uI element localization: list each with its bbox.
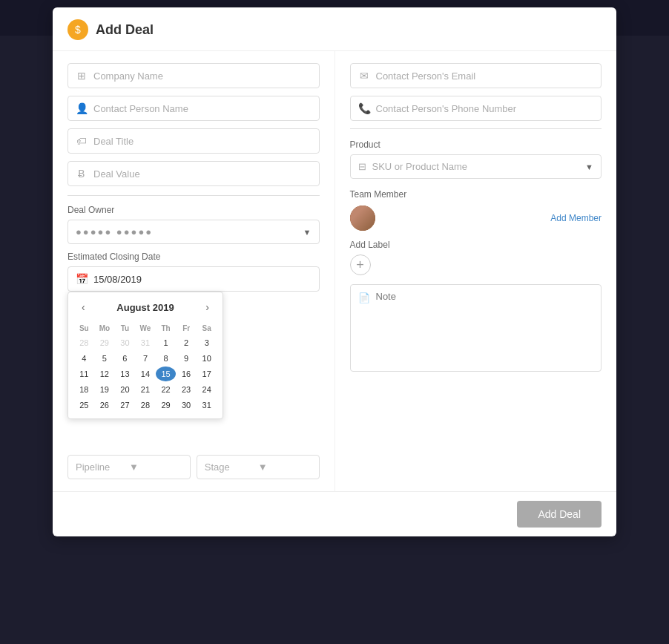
contact-phone-field: 📞	[350, 96, 602, 121]
calendar-day[interactable]: 2	[177, 335, 197, 350]
closing-date-label: Estimated Closing Date	[67, 252, 320, 262]
calendar-day[interactable]: 28	[136, 398, 156, 413]
owner-chevron-icon: ▼	[303, 228, 312, 237]
contact-phone-input[interactable]	[376, 103, 594, 114]
add-label-title: Add Label	[350, 240, 602, 250]
day-header-su: Su	[74, 322, 94, 335]
add-deal-modal: $ Add Deal ⊞ 👤 🏷	[53, 7, 616, 536]
calendar-day[interactable]: 10	[197, 351, 217, 366]
calendar-day[interactable]: 20	[115, 382, 135, 397]
left-column: ⊞ 👤 🏷 Ƀ	[53, 51, 335, 491]
pipeline-value: Pipeline	[76, 461, 129, 473]
calendar-day[interactable]: 21	[136, 382, 156, 397]
avatar	[350, 206, 375, 231]
calendar-day[interactable]: 4	[74, 351, 94, 366]
calendar-day[interactable]: 29	[95, 335, 115, 350]
team-label: Team Member	[350, 189, 602, 200]
day-header-sa: Sa	[197, 322, 217, 335]
contact-email-input[interactable]	[376, 70, 594, 82]
calendar-day[interactable]: 3	[197, 335, 217, 350]
pipeline-row: Pipeline ▼ Stage ▼	[67, 455, 320, 479]
calendar-day[interactable]: 18	[74, 382, 94, 397]
calendar-day[interactable]: 16	[177, 367, 197, 381]
calendar-day[interactable]: 9	[177, 351, 197, 366]
deal-title-field: 🏷	[67, 128, 320, 154]
calendar-day[interactable]: 14	[136, 367, 156, 381]
add-member-button[interactable]: Add Member	[550, 213, 602, 223]
modal-header: $ Add Deal	[53, 7, 616, 51]
product-chevron-icon: ▼	[585, 162, 593, 171]
calendar-grid: Su Mo Tu We Th Fr Sa 2829303112345678910…	[74, 322, 217, 413]
calendar-day[interactable]: 25	[74, 398, 94, 413]
add-label-section: Add Label +	[350, 240, 602, 275]
avatar-image	[350, 206, 375, 231]
note-input[interactable]	[376, 291, 594, 365]
day-header-fr: Fr	[177, 322, 197, 335]
calendar-day[interactable]: 22	[156, 382, 176, 397]
calendar-day[interactable]: 26	[95, 398, 115, 413]
right-column: ✉ 📞 Product ⊟ SKU or Product Name ▼	[335, 51, 617, 491]
day-header-we: We	[136, 322, 156, 335]
day-header-tu: Tu	[115, 322, 135, 335]
calendar-day[interactable]: 27	[115, 398, 135, 413]
day-header-mo: Mo	[95, 322, 115, 335]
modal-body: ⊞ 👤 🏷 Ƀ	[53, 51, 616, 491]
calendar-day[interactable]: 29	[156, 398, 176, 413]
note-icon: 📄	[358, 292, 370, 303]
calendar-day[interactable]: 15	[156, 367, 176, 381]
calendar-day[interactable]: 1	[156, 335, 176, 350]
product-value: SKU or Product Name	[372, 161, 586, 172]
add-label-button[interactable]: +	[350, 254, 371, 275]
deal-title-input[interactable]	[93, 136, 312, 147]
prev-month-button[interactable]: ‹	[77, 300, 90, 315]
calendar-day[interactable]: 31	[197, 398, 217, 413]
add-deal-button[interactable]: Add Deal	[517, 501, 602, 528]
deal-value-field: Ƀ	[67, 161, 320, 186]
calendar-month-year: August 2019	[116, 302, 174, 313]
calendar-wrapper: 📅 ‹ August 2019 › Su Mo	[67, 266, 320, 292]
modal-title: Add Deal	[96, 22, 154, 38]
calendar-day[interactable]: 11	[74, 367, 94, 381]
calendar-day[interactable]: 30	[115, 335, 135, 350]
deal-icon: $	[67, 19, 88, 40]
stage-select[interactable]: Stage ▼	[197, 455, 320, 479]
product-label: Product	[350, 139, 602, 150]
contact-person-name-field: 👤	[67, 96, 320, 121]
calendar-day[interactable]: 30	[177, 398, 197, 413]
stage-value: Stage	[205, 461, 258, 473]
calendar-icon: 📅	[76, 273, 88, 285]
calendar-day[interactable]: 17	[197, 367, 217, 381]
calendar-day[interactable]: 8	[156, 351, 176, 366]
closing-date-input[interactable]	[93, 274, 312, 285]
modal-footer: Add Deal	[53, 491, 616, 536]
product-icon: ⊟	[358, 161, 366, 172]
calendar-day[interactable]: 31	[136, 335, 156, 350]
product-select[interactable]: ⊟ SKU or Product Name ▼	[350, 154, 602, 179]
stage-chevron-icon: ▼	[258, 461, 312, 473]
day-header-th: Th	[156, 322, 176, 335]
closing-date-field[interactable]: 📅	[67, 266, 320, 292]
next-month-button[interactable]: ›	[201, 300, 214, 315]
pipeline-chevron-icon: ▼	[129, 461, 182, 473]
calendar-day[interactable]: 19	[95, 382, 115, 397]
calendar-day[interactable]: 23	[177, 382, 197, 397]
email-icon: ✉	[358, 70, 370, 82]
calendar-day[interactable]: 28	[74, 335, 94, 350]
contact-person-name-input[interactable]	[93, 103, 312, 114]
company-name-field: ⊞	[67, 63, 320, 88]
tag-icon: 🏷	[76, 135, 88, 147]
calendar-popup: ‹ August 2019 › Su Mo Tu We Th Fr	[67, 292, 223, 419]
deal-value-input[interactable]	[93, 168, 312, 180]
calendar-day[interactable]: 13	[115, 367, 135, 381]
contact-email-field: ✉	[350, 63, 602, 88]
calendar-day[interactable]: 5	[95, 351, 115, 366]
phone-icon: 📞	[358, 102, 370, 114]
company-name-input[interactable]	[93, 70, 312, 82]
note-container: 📄	[350, 284, 602, 372]
calendar-day[interactable]: 12	[95, 367, 115, 381]
calendar-day[interactable]: 24	[197, 382, 217, 397]
calendar-day[interactable]: 6	[115, 351, 135, 366]
deal-owner-select[interactable]: ●●●●● ●●●●● ▼	[67, 220, 320, 244]
calendar-day[interactable]: 7	[136, 351, 156, 366]
pipeline-select[interactable]: Pipeline ▼	[67, 455, 191, 479]
